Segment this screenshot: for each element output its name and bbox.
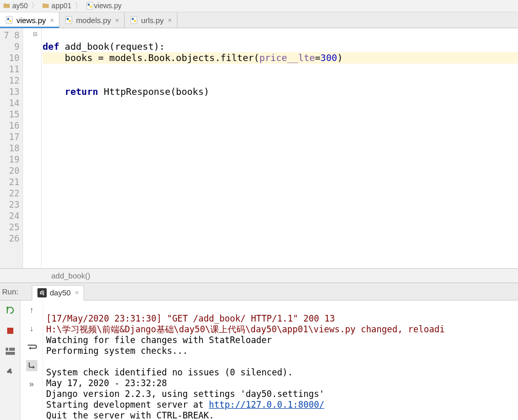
stop-icon[interactable]	[5, 325, 16, 336]
code-text: )	[337, 52, 343, 63]
scope-label: add_book()	[51, 271, 90, 280]
svg-rect-19	[9, 348, 15, 351]
close-icon[interactable]: ×	[168, 16, 172, 24]
svg-rect-10	[66, 16, 72, 24]
django-icon: dj	[37, 288, 47, 297]
run-config-name: day50	[50, 288, 71, 297]
arrow-up-icon[interactable]: ↑	[26, 305, 37, 316]
svg-rect-20	[6, 352, 15, 355]
console-line: [17/May/2020 23:31:30] "GET /add_book/ H…	[46, 313, 335, 324]
line-number-gutter: 7 8 9 10 11 12 13 14 15 16 17 18 19 20 2…	[0, 28, 23, 268]
svg-point-12	[69, 20, 71, 22]
svg-marker-22	[33, 366, 35, 369]
console-line: H:\学习视频\前端&Django基础\day50\课上代码\day50\app…	[46, 324, 445, 334]
python-file-icon	[130, 16, 138, 24]
fold-column: ⊟	[23, 28, 42, 268]
svg-marker-21	[29, 347, 31, 350]
code-kwarg: price__lte	[260, 52, 315, 63]
chevron-right-icon: 〉	[74, 1, 83, 11]
rerun-icon[interactable]	[5, 305, 16, 316]
more-icon[interactable]: »	[26, 378, 37, 390]
svg-rect-4	[87, 2, 93, 9]
folder-icon	[3, 2, 12, 9]
python-file-icon	[86, 2, 94, 10]
console-line: Watching for file changes with StatReloa…	[46, 335, 272, 345]
breadcrumb: ay50 〉 app01 〉 views.py	[0, 0, 518, 12]
python-file-icon	[65, 16, 73, 24]
keyword-return: return	[65, 86, 98, 97]
run-config-tab[interactable]: dj day50 ×	[32, 285, 84, 301]
tab-label: urls.py	[141, 16, 164, 25]
breadcrumb-label: views.py	[94, 2, 122, 10]
code-number: 300	[321, 52, 337, 63]
scroll-to-end-icon[interactable]	[26, 360, 37, 371]
svg-point-11	[67, 18, 69, 20]
breadcrumb-item-folder[interactable]: app01	[39, 2, 74, 10]
tab-label: views.py	[16, 16, 46, 25]
code-text: books = models.Book.objects.filter(	[43, 52, 260, 63]
tab-urls[interactable]: urls.py ×	[125, 12, 177, 28]
scope-bar: add_book()	[0, 269, 518, 283]
svg-point-6	[90, 6, 92, 8]
code-text: =	[315, 52, 321, 63]
tab-views[interactable]: views.py ×	[0, 12, 59, 28]
keyword-def: def	[43, 41, 59, 52]
fold-collapse-icon[interactable]: ⊟	[33, 31, 39, 37]
run-toolbar-left	[0, 301, 21, 420]
svg-point-9	[9, 20, 11, 22]
svg-rect-17	[7, 328, 13, 334]
soft-wrap-icon[interactable]	[26, 342, 37, 353]
code-area[interactable]: def add_book(request): books = models.Bo…	[42, 28, 518, 268]
svg-point-14	[132, 18, 134, 20]
console-line: Performing system checks...	[46, 346, 188, 356]
code-text: add_book(request):	[59, 41, 165, 52]
console-line: Starting development server at http://12…	[46, 399, 324, 410]
svg-rect-18	[6, 348, 8, 351]
close-icon[interactable]: ×	[50, 16, 54, 24]
run-label: Run:	[0, 287, 32, 296]
chevron-right-icon: 〉	[31, 1, 39, 11]
svg-point-5	[88, 4, 90, 6]
svg-point-15	[134, 20, 136, 22]
folder-icon	[42, 2, 51, 9]
svg-rect-13	[131, 16, 137, 24]
svg-rect-1	[4, 4, 6, 5]
breadcrumb-label: app01	[51, 2, 71, 10]
console-line: Quit the server with CTRL-BREAK.	[46, 410, 214, 420]
console-output[interactable]: [17/May/2020 23:31:30] "GET /add_book/ H…	[43, 301, 518, 420]
run-tool-window: ↑ ↓ » [17/May/2020 23:31:30] "GET /add_b…	[0, 301, 518, 420]
breadcrumb-item-file[interactable]: views.py	[83, 2, 125, 10]
editor-tabbar: views.py × models.py × urls.py ×	[0, 12, 518, 28]
console-line: May 17, 2020 - 23:32:28	[46, 378, 167, 388]
pin-icon[interactable]	[5, 366, 16, 377]
svg-rect-7	[6, 16, 12, 24]
code-editor[interactable]: 7 8 9 10 11 12 13 14 15 16 17 18 19 20 2…	[0, 28, 518, 269]
svg-rect-3	[43, 4, 45, 5]
arrow-down-icon[interactable]: ↓	[26, 323, 37, 334]
server-url-link[interactable]: http://127.0.0.1:8000/	[209, 399, 324, 410]
breadcrumb-item-project[interactable]: ay50	[0, 2, 31, 10]
console-line: Django version 2.2.3, using settings 'da…	[46, 389, 324, 399]
tab-label: models.py	[76, 16, 111, 25]
run-tool-header: Run: dj day50 ×	[0, 283, 518, 301]
layout-icon[interactable]	[5, 346, 16, 357]
close-icon[interactable]: ×	[75, 289, 79, 296]
python-file-icon	[5, 16, 13, 24]
close-icon[interactable]: ×	[115, 16, 119, 24]
tab-models[interactable]: models.py ×	[59, 12, 125, 28]
breadcrumb-label: ay50	[12, 2, 28, 10]
run-toolbar-right: ↑ ↓ »	[21, 301, 43, 420]
console-line: System check identified no issues (0 sil…	[46, 367, 293, 377]
svg-point-8	[7, 18, 9, 20]
code-text: HttpResponse(books)	[98, 86, 209, 97]
